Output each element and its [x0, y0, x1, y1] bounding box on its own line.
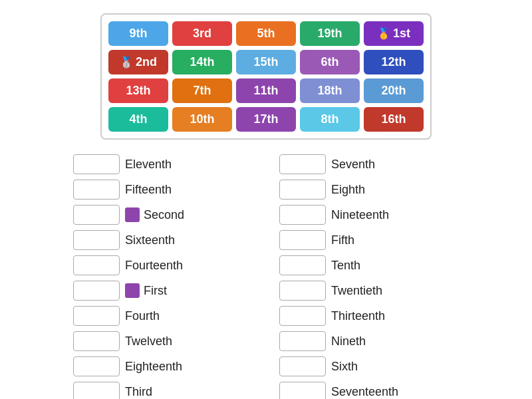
tile-16th[interactable]: 16th — [364, 107, 424, 132]
match-text-right-3: Fifth — [331, 233, 354, 247]
match-row-right-1: Eighth — [279, 178, 459, 201]
tile-label-11th: 11th — [253, 84, 278, 98]
match-box-left-6[interactable] — [73, 306, 120, 326]
tile-label-2nd: 2nd — [136, 55, 157, 69]
tile-label-10th: 10th — [190, 112, 214, 126]
tile-icon-1st: 🥇 — [377, 27, 390, 40]
match-row-left-5: First — [73, 279, 253, 302]
tile-3rd[interactable]: 3rd — [172, 21, 232, 46]
match-box-left-4[interactable] — [73, 255, 120, 275]
match-label-left-1: Fifteenth — [125, 183, 172, 197]
tile-6th[interactable]: 6th — [300, 50, 360, 74]
tile-12th[interactable]: 12th — [364, 50, 424, 74]
tile-label-14th: 14th — [190, 55, 214, 69]
match-row-left-3: Sixteenth — [73, 229, 253, 251]
match-text-right-7: Nineth — [331, 334, 366, 348]
match-label-left-7: Twelveth — [125, 334, 172, 348]
match-row-left-4: Fourteenth — [73, 254, 253, 277]
match-row-right-5: Twentieth — [279, 279, 459, 302]
tile-label-8th: 8th — [321, 112, 339, 126]
tile-label-1st: 1st — [393, 27, 410, 41]
tile-label-5th: 5th — [257, 27, 275, 41]
match-label-right-4: Tenth — [331, 259, 360, 273]
match-box-left-1[interactable] — [73, 180, 120, 200]
match-text-left-3: Sixteenth — [125, 233, 175, 247]
tile-18th[interactable]: 18th — [300, 78, 360, 103]
match-text-left-6: Fourth — [125, 309, 160, 323]
match-row-left-1: Fifteenth — [73, 178, 253, 201]
match-box-right-1[interactable] — [279, 180, 326, 200]
match-box-right-3[interactable] — [279, 230, 326, 250]
tile-label-12th: 12th — [381, 55, 406, 69]
match-box-right-6[interactable] — [279, 306, 326, 326]
match-text-right-8: Sixth — [331, 360, 358, 374]
match-row-right-8: Sixth — [279, 355, 459, 378]
match-box-left-8[interactable] — [73, 356, 120, 376]
tile-9th[interactable]: 9th — [108, 21, 168, 46]
match-box-left-0[interactable] — [73, 154, 120, 174]
match-text-right-5: Twentieth — [331, 284, 382, 298]
tile-8th[interactable]: 8th — [300, 107, 360, 132]
match-box-right-5[interactable] — [279, 281, 326, 301]
match-row-left-8: Eighteenth — [73, 355, 253, 378]
match-text-left-9: Third — [125, 385, 152, 399]
match-row-left-2: Second — [73, 203, 253, 226]
match-label-left-3: Sixteenth — [125, 233, 175, 247]
match-box-left-5[interactable] — [73, 281, 120, 301]
match-box-right-8[interactable] — [279, 356, 326, 376]
match-label-right-1: Eighth — [331, 183, 365, 197]
match-text-left-0: Eleventh — [125, 158, 172, 172]
match-row-right-0: Seventh — [279, 153, 459, 176]
match-label-left-6: Fourth — [125, 309, 160, 323]
tile-15th[interactable]: 15th — [236, 50, 296, 74]
tile-10th[interactable]: 10th — [172, 107, 232, 132]
match-box-left-9[interactable] — [73, 382, 120, 399]
tile-label-17th: 17th — [253, 112, 278, 126]
match-label-right-8: Sixth — [331, 360, 358, 374]
match-box-right-9[interactable] — [279, 382, 326, 399]
match-text-right-0: Seventh — [331, 158, 375, 172]
match-label-left-2: Second — [125, 207, 184, 222]
match-text-left-5: First — [144, 284, 167, 298]
tile-19th[interactable]: 19th — [300, 21, 360, 46]
match-text-right-2: Nineteenth — [331, 208, 389, 222]
match-box-left-7[interactable] — [73, 331, 120, 351]
tile-label-7th: 7th — [194, 84, 211, 98]
tile-1st[interactable]: 🥇1st — [364, 21, 424, 46]
tile-13th[interactable]: 13th — [108, 78, 168, 103]
tile-label-20th: 20th — [381, 84, 406, 98]
tile-label-3rd: 3rd — [193, 27, 211, 41]
tile-5th[interactable]: 5th — [236, 21, 296, 46]
match-label-right-2: Nineteenth — [331, 208, 389, 222]
match-text-right-4: Tenth — [331, 259, 360, 273]
match-text-right-1: Eighth — [331, 183, 365, 197]
match-row-left-7: Twelveth — [73, 330, 253, 352]
tile-17th[interactable]: 17th — [236, 107, 296, 132]
match-box-left-2[interactable] — [73, 205, 120, 225]
match-box-left-3[interactable] — [73, 230, 120, 250]
match-box-right-7[interactable] — [279, 331, 326, 351]
match-label-right-3: Fifth — [331, 233, 354, 247]
tile-4th[interactable]: 4th — [108, 107, 168, 132]
match-row-right-4: Tenth — [279, 254, 459, 277]
match-row-left-6: Fourth — [73, 305, 253, 327]
match-box-right-2[interactable] — [279, 205, 326, 225]
tile-2nd[interactable]: 🥈2nd — [108, 50, 168, 74]
tile-20th[interactable]: 20th — [364, 78, 424, 103]
match-box-right-0[interactable] — [279, 154, 326, 174]
match-text-left-1: Fifteenth — [125, 183, 172, 197]
swatch-left-2 — [125, 207, 140, 222]
tile-7th[interactable]: 7th — [172, 78, 232, 103]
tile-label-9th: 9th — [130, 27, 148, 41]
match-text-left-2: Second — [144, 208, 184, 222]
tile-11th[interactable]: 11th — [236, 78, 296, 103]
match-row-right-7: Nineth — [279, 330, 459, 352]
tile-label-19th: 19th — [317, 27, 342, 41]
match-text-right-6: Thirteenth — [331, 309, 385, 323]
tile-14th[interactable]: 14th — [172, 50, 232, 74]
tile-icon-2nd: 🥈 — [120, 56, 133, 68]
match-label-right-6: Thirteenth — [331, 309, 385, 323]
match-label-right-5: Twentieth — [331, 284, 382, 298]
match-box-right-4[interactable] — [279, 255, 326, 275]
match-row-right-2: Nineteenth — [279, 203, 459, 226]
